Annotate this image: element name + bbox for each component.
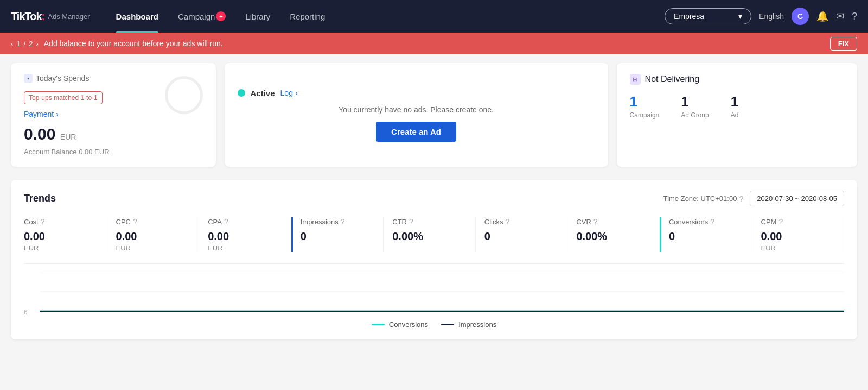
metric-cost: Cost ? 0.00 EUR <box>24 217 107 252</box>
legend-label: Impressions <box>458 320 496 329</box>
metric-help-icon[interactable]: ? <box>710 217 714 226</box>
alert-pagination: ‹ 1 / 2 › <box>11 40 39 48</box>
metric-help-icon[interactable]: ? <box>505 217 509 226</box>
metric-unit: EUR <box>116 244 190 252</box>
metric-label: Impressions ? <box>301 217 375 226</box>
ads-manager-label: Ads Manager <box>48 12 90 21</box>
campaign-label: Campaign <box>630 111 660 119</box>
prev-alert-button[interactable]: ‹ <box>11 40 13 48</box>
metric-help-icon[interactable]: ? <box>224 217 228 226</box>
metric-value: 0.00 <box>116 230 190 243</box>
brand-logo[interactable]: TikTok: Ads Manager <box>11 10 90 23</box>
metric-label: CPM ? <box>761 217 835 226</box>
active-status-card: Active Log › You currently have no ads. … <box>225 63 608 167</box>
donut-chart <box>165 76 203 114</box>
metric-label: Clicks ? <box>484 217 559 226</box>
todays-spends-card: ▪ Today's Spends Top-ups matched 1-to-1 … <box>11 63 216 167</box>
topup-badge: Top-ups matched 1-to-1 <box>24 91 103 104</box>
alert-current: 1 <box>16 40 20 48</box>
alert-message: Add balance to your account before your … <box>44 39 825 48</box>
adgroup-stat: 1 Ad Group <box>681 93 709 119</box>
fix-button[interactable]: FIX <box>830 37 857 51</box>
timezone-help-icon[interactable]: ? <box>739 194 743 203</box>
metric-ctr: CTR ? 0.00% <box>384 217 476 252</box>
legend-line-dark <box>441 324 454 325</box>
metric-value: 0 <box>669 230 743 243</box>
metric-value: 0.00 <box>24 230 98 243</box>
campaign-count: 1 <box>630 93 660 110</box>
alert-total: 2 <box>29 40 33 48</box>
metric-cpc: CPC ? 0.00 EUR <box>107 217 200 252</box>
active-label: Active <box>251 89 275 98</box>
metric-help-icon[interactable]: ? <box>778 217 783 226</box>
main-content: ▪ Today's Spends Top-ups matched 1-to-1 … <box>0 54 868 348</box>
adgroup-label: Ad Group <box>681 111 709 119</box>
metric-value: 0 <box>484 230 559 243</box>
tiktok-wordmark: TikTok: <box>11 10 44 23</box>
metric-value: 0 <box>301 230 375 243</box>
nav-dashboard[interactable]: Dashboard <box>106 0 168 33</box>
nav-campaign[interactable]: Campaign + <box>168 0 235 33</box>
top-navigation: TikTok: Ads Manager Dashboard Campaign +… <box>0 0 868 33</box>
metric-unit: EUR <box>761 244 835 252</box>
metric-help-icon[interactable]: ? <box>593 217 598 226</box>
nav-right-controls: Empresa ▾ English C 🔔 ✉ ? <box>665 8 857 25</box>
next-alert-button[interactable]: › <box>36 40 38 48</box>
metric-label: Cost ? <box>24 217 98 226</box>
empresa-dropdown[interactable]: Empresa ▾ <box>665 8 751 24</box>
metric-help-icon[interactable]: ? <box>41 217 45 226</box>
adgroup-count: 1 <box>681 93 709 110</box>
trends-section: Trends Time Zone: UTC+01:00 ? 2020-07-30… <box>11 180 857 339</box>
metric-cvr: CVR ? 0.00% <box>567 217 660 252</box>
ad-count: 1 <box>731 93 739 110</box>
alert-bar: ‹ 1 / 2 › Add balance to your account be… <box>0 33 868 54</box>
account-balance: Account Balance 0.00 EUR <box>24 148 203 156</box>
help-icon[interactable]: ? <box>852 11 857 22</box>
log-link[interactable]: Log › <box>280 89 298 97</box>
bell-icon[interactable]: 🔔 <box>816 10 828 22</box>
legend-item-impressions: Impressions <box>441 320 496 329</box>
messages-icon[interactable]: ✉ <box>836 10 844 22</box>
metric-impressions: Impressions ? 0 <box>291 217 384 252</box>
delivering-title: Not Delivering <box>645 74 699 84</box>
ad-stat: 1 Ad <box>731 93 739 119</box>
legend-item-conversions: Conversions <box>372 320 428 329</box>
metric-clicks: Clicks ? 0 <box>476 217 568 252</box>
metric-value: 0.00% <box>392 230 467 243</box>
metric-cpm: CPM ? 0.00 EUR <box>752 217 845 252</box>
nav-reporting[interactable]: Reporting <box>280 0 335 33</box>
trends-header: Trends Time Zone: UTC+01:00 ? 2020-07-30… <box>24 191 844 206</box>
timezone-label: Time Zone: UTC+01:00 ? <box>663 194 744 203</box>
metric-label: Conversions ? <box>669 217 743 226</box>
spends-amount: 0.00 <box>24 125 55 143</box>
user-avatar[interactable]: C <box>792 8 809 25</box>
campaign-stat: 1 Campaign <box>630 93 660 119</box>
not-delivering-card: ⊞ Not Delivering 1 Campaign 1 Ad Group 1… <box>617 63 857 167</box>
ad-label: Ad <box>731 111 739 119</box>
chart-legend: Conversions Impressions <box>24 320 844 329</box>
campaign-badge: + <box>216 11 226 21</box>
spends-icon: ▪ <box>24 74 33 83</box>
metric-unit: EUR <box>24 244 98 252</box>
metric-label: CPC ? <box>116 217 190 226</box>
metric-help-icon[interactable]: ? <box>133 217 137 226</box>
alert-sep: / <box>24 40 26 48</box>
metric-value: 0.00 <box>208 230 282 243</box>
metric-help-icon[interactable]: ? <box>341 217 345 226</box>
metric-help-icon[interactable]: ? <box>409 217 413 226</box>
language-selector[interactable]: English <box>759 12 784 21</box>
metric-label: CPA ? <box>208 217 282 226</box>
no-ads-text: You currently have no ads. Please create… <box>339 105 494 114</box>
trends-title: Trends <box>24 193 56 204</box>
chart-y-label: 6 <box>24 309 28 316</box>
delivering-icon: ⊞ <box>630 74 641 85</box>
metric-label: CTR ? <box>392 217 467 226</box>
nav-library[interactable]: Library <box>235 0 280 33</box>
create-ad-button[interactable]: Create an Ad <box>376 122 456 142</box>
trends-chart: 6 <box>24 273 844 316</box>
trends-controls: Time Zone: UTC+01:00 ? 2020-07-30 ~ 2020… <box>663 191 844 206</box>
date-range-picker[interactable]: 2020-07-30 ~ 2020-08-05 <box>750 191 844 206</box>
chevron-down-icon: ▾ <box>738 12 742 21</box>
nav-items: Dashboard Campaign + Library Reporting <box>106 0 665 33</box>
spends-unit: EUR <box>60 133 76 141</box>
